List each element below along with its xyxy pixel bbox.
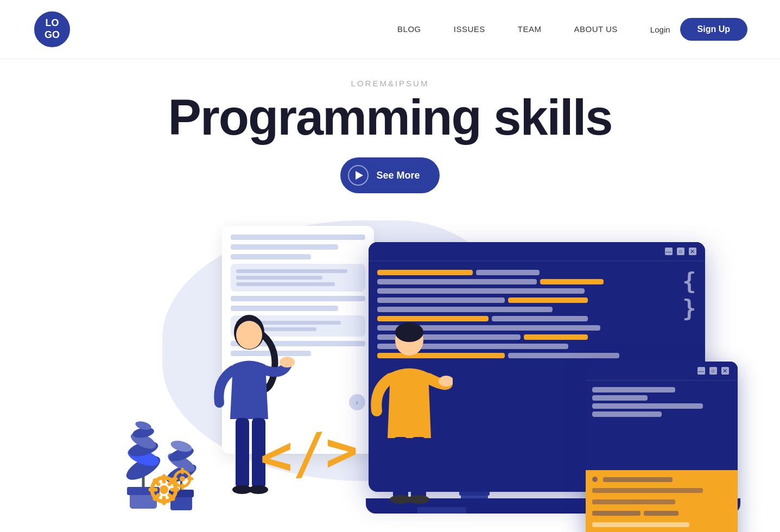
code-row-3 bbox=[377, 288, 696, 294]
signup-button[interactable]: Sign Up bbox=[680, 18, 747, 41]
close-button[interactable]: ✕ bbox=[689, 248, 696, 255]
svg-line-25 bbox=[155, 480, 158, 484]
sec-code-row-1 bbox=[592, 387, 731, 392]
doc-inner-2 bbox=[236, 276, 323, 280]
orange-dot-1 bbox=[592, 477, 598, 482]
editor-orange-section bbox=[586, 470, 738, 532]
code-line-orange-5 bbox=[524, 334, 588, 340]
maximize-button[interactable]: ○ bbox=[677, 248, 684, 255]
editor-titlebar: — ○ ✕ bbox=[369, 242, 705, 261]
orange-code-line-4 bbox=[592, 511, 641, 516]
minimize-button[interactable]: — bbox=[665, 248, 673, 255]
code-line-white-6 bbox=[492, 316, 587, 321]
svg-point-20 bbox=[160, 485, 168, 494]
nav-links: BLOG ISSUES TEAM ABOUT US bbox=[397, 24, 618, 34]
code-row-4 bbox=[377, 297, 696, 303]
svg-line-28 bbox=[155, 495, 158, 499]
doc-inner-1 bbox=[236, 269, 347, 273]
doc-line-3 bbox=[231, 254, 312, 259]
sec-minimize-button[interactable]: — bbox=[697, 367, 705, 375]
code-line-white-4 bbox=[377, 297, 505, 303]
secondary-titlebar: — ○ ✕ bbox=[586, 362, 738, 381]
svg-rect-53 bbox=[393, 437, 408, 499]
doc-line-1 bbox=[231, 235, 365, 240]
see-more-button[interactable]: See More bbox=[340, 157, 439, 193]
code-brackets-symbol: </> bbox=[260, 422, 358, 485]
code-row-1 bbox=[377, 270, 696, 275]
doc-section-1 bbox=[231, 264, 365, 292]
svg-rect-46 bbox=[236, 418, 249, 489]
hero-section: LOREM&IPSUM Programming skills See More bbox=[0, 59, 780, 514]
nav-item-blog[interactable]: BLOG bbox=[397, 24, 421, 34]
orange-code-line-1 bbox=[603, 477, 673, 482]
doc-inner-3 bbox=[236, 282, 335, 286]
secondary-editor-body bbox=[586, 381, 738, 426]
code-line-white-3 bbox=[377, 288, 585, 294]
sec-code-row-2 bbox=[592, 395, 731, 401]
orange-row-1 bbox=[592, 477, 731, 482]
code-row-2 bbox=[377, 279, 696, 284]
sec-line-2 bbox=[592, 395, 648, 401]
sec-close-button[interactable]: ✕ bbox=[721, 367, 729, 375]
brace-symbol: {} bbox=[682, 268, 696, 323]
orange-code-line-white bbox=[592, 522, 689, 527]
doc-line-2 bbox=[231, 244, 338, 250]
nav-item-issues[interactable]: ISSUES bbox=[454, 24, 485, 34]
sec-line-1 bbox=[592, 387, 676, 392]
navbar: LO GO BLOG ISSUES TEAM ABOUT US Login Si… bbox=[0, 0, 780, 59]
sec-line-3 bbox=[592, 403, 703, 409]
svg-point-45 bbox=[280, 357, 295, 368]
play-icon bbox=[348, 165, 369, 186]
sec-code-row-4 bbox=[592, 411, 731, 417]
nav-item-team[interactable]: TEAM bbox=[518, 24, 542, 34]
login-button[interactable]: Login bbox=[650, 25, 670, 34]
svg-point-44 bbox=[236, 321, 262, 349]
play-triangle-icon bbox=[356, 171, 363, 180]
code-line-orange-2 bbox=[540, 279, 604, 284]
svg-text:GO: GO bbox=[45, 29, 60, 40]
svg-point-51 bbox=[395, 322, 423, 342]
doc-arrow-icon: › bbox=[349, 394, 365, 410]
orange-code-line-3 bbox=[592, 499, 676, 504]
orange-code-line-5 bbox=[644, 511, 678, 516]
man-figure bbox=[366, 305, 453, 514]
secondary-code-editor: — ○ ✕ bbox=[586, 362, 738, 532]
svg-point-56 bbox=[408, 495, 429, 504]
orange-code-line-2 bbox=[592, 488, 703, 493]
illustration-area: › — ○ ✕ bbox=[65, 210, 716, 514]
svg-text:LO: LO bbox=[46, 17, 59, 28]
sec-maximize-button[interactable]: ○ bbox=[709, 367, 717, 375]
code-line-orange-1 bbox=[377, 270, 473, 275]
svg-line-27 bbox=[169, 480, 173, 484]
logo[interactable]: LO GO bbox=[33, 10, 72, 49]
hero-subtitle: LOREM&IPSUM bbox=[351, 79, 429, 88]
svg-line-26 bbox=[169, 495, 173, 499]
hero-title: Programming skills bbox=[168, 92, 612, 142]
code-line-orange-3 bbox=[508, 297, 588, 303]
code-line-white-1 bbox=[476, 270, 540, 275]
orange-row-2 bbox=[592, 511, 731, 516]
code-line-white-2 bbox=[377, 279, 537, 284]
sec-code-row-3 bbox=[592, 403, 731, 409]
sec-line-4 bbox=[592, 411, 662, 417]
svg-rect-54 bbox=[411, 437, 426, 499]
nav-item-about[interactable]: ABOUT US bbox=[574, 24, 617, 34]
gears-group bbox=[143, 463, 198, 511]
code-line-white-10 bbox=[508, 353, 620, 358]
svg-point-30 bbox=[180, 476, 185, 482]
see-more-label: See More bbox=[376, 170, 420, 181]
